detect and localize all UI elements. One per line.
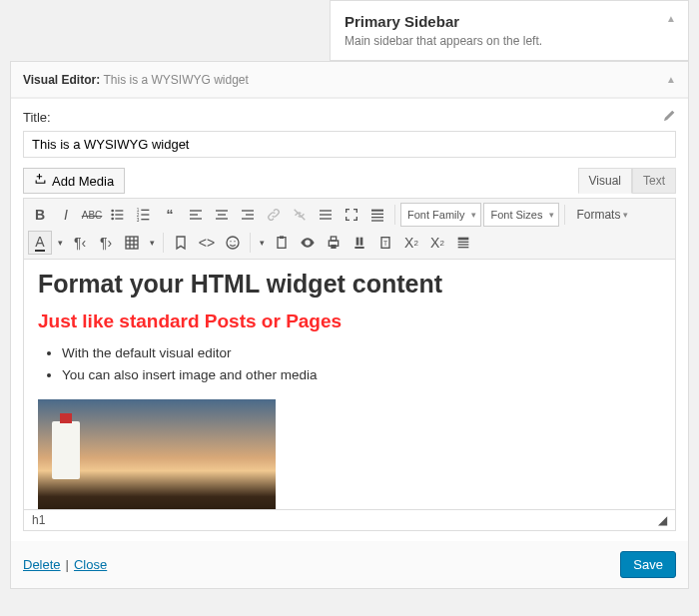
svg-point-4 bbox=[111, 218, 114, 221]
blockquote-icon[interactable]: “ bbox=[158, 203, 182, 227]
table-icon[interactable] bbox=[120, 231, 144, 255]
svg-rect-37 bbox=[280, 236, 284, 239]
delete-link[interactable]: Delete bbox=[23, 557, 61, 572]
text-color-chevron-icon[interactable]: ▾ bbox=[54, 231, 66, 255]
content-h2: Just like standard Posts or Pages bbox=[38, 310, 661, 332]
align-left-icon[interactable] bbox=[184, 203, 208, 227]
editor-content[interactable]: Format your HTML widget content Just lik… bbox=[24, 260, 675, 509]
media-icon bbox=[34, 173, 47, 189]
superscript-icon[interactable]: X2 bbox=[425, 231, 449, 255]
svg-rect-13 bbox=[190, 214, 198, 215]
svg-rect-11 bbox=[141, 219, 149, 220]
formats-select[interactable]: Formats bbox=[570, 208, 634, 222]
svg-rect-3 bbox=[115, 214, 123, 215]
sidebar-header[interactable]: Primary Sidebar Main sidebar that appear… bbox=[330, 0, 689, 61]
anchor-icon[interactable] bbox=[169, 231, 193, 255]
widget-footer: Delete | Close Save bbox=[11, 541, 688, 588]
link-icon[interactable] bbox=[262, 203, 286, 227]
editor-tabs: Visual Text bbox=[578, 168, 676, 194]
svg-text:T: T bbox=[383, 240, 387, 247]
italic-icon[interactable]: I bbox=[54, 203, 78, 227]
text-color-icon[interactable]: A bbox=[28, 231, 52, 255]
ltr-icon[interactable]: ¶‹ bbox=[68, 231, 92, 255]
svg-rect-9 bbox=[141, 214, 149, 215]
align-right-icon[interactable] bbox=[236, 203, 260, 227]
svg-rect-39 bbox=[331, 237, 336, 241]
paste-icon[interactable] bbox=[270, 231, 294, 255]
print-icon[interactable] bbox=[322, 231, 346, 255]
svg-rect-43 bbox=[354, 247, 363, 249]
svg-rect-16 bbox=[218, 214, 226, 215]
resize-handle-icon[interactable]: ◢ bbox=[658, 513, 667, 527]
svg-rect-12 bbox=[190, 210, 202, 211]
svg-rect-20 bbox=[242, 218, 254, 219]
tab-visual[interactable]: Visual bbox=[578, 168, 632, 194]
svg-rect-47 bbox=[458, 242, 469, 243]
rtl-icon[interactable]: ¶› bbox=[94, 231, 118, 255]
more-icon[interactable] bbox=[314, 203, 338, 227]
svg-rect-40 bbox=[331, 245, 336, 249]
bold-icon[interactable]: B bbox=[28, 203, 52, 227]
svg-rect-23 bbox=[320, 218, 332, 219]
add-media-button[interactable]: Add Media bbox=[23, 168, 125, 194]
font-family-select[interactable]: Font Family bbox=[400, 203, 481, 227]
content-image[interactable] bbox=[38, 399, 276, 509]
background-color-chevron-icon[interactable]: ▾ bbox=[256, 231, 268, 255]
toolbar-toggle-icon[interactable] bbox=[365, 203, 389, 227]
tab-text[interactable]: Text bbox=[632, 168, 676, 194]
widget-label: Visual Editor: bbox=[23, 73, 100, 87]
searchreplace-icon[interactable] bbox=[348, 231, 371, 255]
svg-rect-41 bbox=[356, 238, 359, 246]
strikethrough-icon[interactable]: ABC bbox=[80, 203, 104, 227]
svg-rect-49 bbox=[458, 247, 469, 248]
widget-header[interactable]: Visual Editor: This is a WYSIWYG widget … bbox=[11, 62, 688, 98]
svg-rect-5 bbox=[115, 218, 123, 219]
sidebar-desc: Main sidebar that appears on the left. bbox=[345, 34, 674, 48]
widget-body: Title: Add Media Visual Text B I ABC bbox=[11, 98, 688, 541]
svg-rect-42 bbox=[360, 238, 363, 246]
svg-rect-46 bbox=[458, 238, 469, 241]
emoticon-icon[interactable] bbox=[221, 231, 245, 255]
save-button[interactable]: Save bbox=[620, 551, 676, 578]
svg-rect-36 bbox=[278, 238, 286, 249]
fullscreen-icon[interactable] bbox=[340, 203, 363, 227]
code-icon[interactable]: <> bbox=[195, 231, 219, 255]
svg-rect-28 bbox=[126, 237, 138, 249]
svg-rect-24 bbox=[371, 210, 383, 212]
editor-toolbar: B I ABC 123 “ Font Family Font bbox=[23, 198, 676, 260]
subscript-icon[interactable]: X2 bbox=[399, 231, 423, 255]
svg-point-2 bbox=[111, 214, 114, 217]
unlink-icon[interactable] bbox=[288, 203, 312, 227]
font-sizes-select[interactable]: Font Sizes bbox=[483, 203, 559, 227]
bullet-list-icon[interactable] bbox=[106, 203, 130, 227]
svg-point-35 bbox=[234, 241, 235, 242]
toolbar-row-2: A ▾ ¶‹ ¶› ▾ <> ▾ T X2 bbox=[28, 229, 671, 257]
title-label: Title: bbox=[23, 110, 51, 125]
settings-icon[interactable] bbox=[663, 109, 676, 125]
svg-rect-22 bbox=[320, 214, 332, 215]
list-item: With the default visual editor bbox=[62, 342, 661, 364]
list-item: You can also insert image and other medi… bbox=[62, 364, 661, 386]
visualblocks-icon[interactable] bbox=[451, 231, 475, 255]
close-link[interactable]: Close bbox=[74, 557, 107, 572]
number-list-icon[interactable]: 123 bbox=[132, 203, 156, 227]
align-center-icon[interactable] bbox=[210, 203, 234, 227]
svg-rect-7 bbox=[141, 210, 149, 211]
widget-collapse-icon[interactable]: ▲ bbox=[666, 74, 676, 85]
svg-rect-15 bbox=[216, 210, 228, 211]
svg-point-34 bbox=[230, 241, 231, 242]
table-chevron-icon[interactable]: ▾ bbox=[146, 231, 158, 255]
title-input[interactable] bbox=[23, 131, 676, 158]
svg-rect-27 bbox=[371, 220, 383, 221]
collapse-icon[interactable]: ▲ bbox=[666, 13, 676, 24]
svg-text:3: 3 bbox=[137, 218, 140, 223]
svg-rect-25 bbox=[371, 214, 383, 215]
toolbar-row-1: B I ABC 123 “ Font Family Font bbox=[28, 201, 671, 229]
element-path[interactable]: h1 bbox=[32, 513, 45, 527]
preview-icon[interactable] bbox=[296, 231, 320, 255]
editor-wrap: Format your HTML widget content Just lik… bbox=[23, 260, 676, 510]
paste-text-icon[interactable]: T bbox=[373, 231, 397, 255]
content-list: With the default visual editor You can a… bbox=[38, 342, 661, 385]
svg-rect-17 bbox=[216, 218, 228, 219]
editor-status-bar: h1 ◢ bbox=[23, 510, 676, 531]
